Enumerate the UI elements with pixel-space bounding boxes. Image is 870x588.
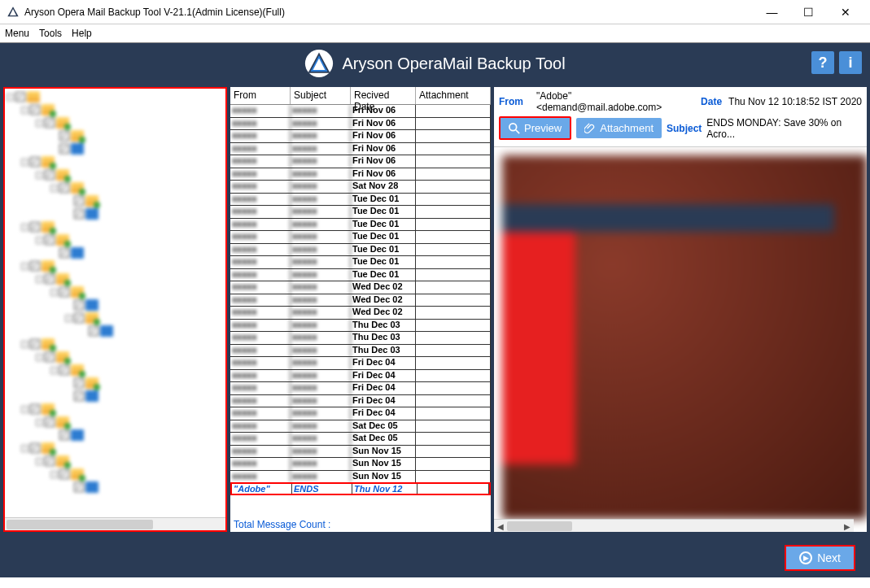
column-from[interactable]: From xyxy=(230,87,291,104)
message-row[interactable]: xxxxxxxxxxFri Nov 06 xyxy=(230,155,491,168)
message-row[interactable]: xxxxxxxxxxFri Dec 04 xyxy=(230,407,491,420)
tree-item[interactable]: -✓ xyxy=(7,116,224,129)
message-row[interactable]: xxxxxxxxxxFri Nov 06 xyxy=(230,118,491,131)
scroll-right-arrow-icon[interactable]: ▶ xyxy=(841,520,854,532)
message-row[interactable]: xxxxxxxxxxFri Dec 04 xyxy=(230,395,491,408)
expand-toggle-icon[interactable]: - xyxy=(36,237,43,244)
checkbox[interactable]: ✓ xyxy=(45,170,55,180)
expand-toggle-icon[interactable]: - xyxy=(21,341,28,348)
tree-item[interactable]: ✓ xyxy=(7,390,224,403)
tree-item[interactable]: -✓ xyxy=(7,442,224,455)
tree-item[interactable]: -✓ xyxy=(7,311,224,324)
message-row[interactable]: xxxxxxxxxxFri Nov 06 xyxy=(230,105,491,118)
tree-item[interactable]: ✓ xyxy=(7,429,224,442)
tree-item[interactable]: ✓ xyxy=(7,324,224,338)
checkbox[interactable]: ✓ xyxy=(74,391,84,401)
info-button[interactable]: i xyxy=(839,51,862,74)
tree-item[interactable]: -✓ xyxy=(7,233,224,246)
tree-item[interactable]: -✓ xyxy=(7,285,224,298)
message-row[interactable]: xxxxxxxxxxFri Dec 04 xyxy=(230,370,491,383)
minimize-button[interactable]: — xyxy=(754,1,790,24)
expand-toggle-icon[interactable]: - xyxy=(21,406,28,413)
message-row[interactable]: xxxxxxxxxxFri Dec 04 xyxy=(230,357,491,370)
checkbox[interactable]: ✓ xyxy=(30,261,40,271)
column-subject[interactable]: Subject xyxy=(291,87,351,104)
tree-item[interactable]: -✓ xyxy=(7,220,224,233)
checkbox[interactable]: ✓ xyxy=(45,235,55,245)
message-row[interactable]: xxxxxxxxxxWed Dec 02 xyxy=(230,307,491,320)
checkbox[interactable]: ✓ xyxy=(59,183,69,193)
preview-body[interactable]: ◀ ▶ xyxy=(494,146,867,532)
menu-menu[interactable]: Menu xyxy=(5,28,29,39)
checkbox[interactable]: ✓ xyxy=(59,430,69,440)
tree-item[interactable]: ✓ xyxy=(7,207,224,220)
expand-toggle-icon[interactable]: - xyxy=(21,445,28,452)
folder-tree-pane[interactable]: -✓ -✓ -✓ ✓ ✓ -✓ -✓ -✓ ✓ ✓ -✓ -✓ ✓ -✓ -✓ … xyxy=(3,87,227,532)
checkbox[interactable]: ✓ xyxy=(45,118,55,128)
message-row-selected[interactable]: "Adobe"ENDSThu Nov 12 xyxy=(230,482,491,495)
message-row[interactable]: xxxxxxxxxxSun Nov 15 xyxy=(230,446,491,459)
help-button[interactable]: ? xyxy=(811,51,834,74)
expand-toggle-icon[interactable]: - xyxy=(50,367,58,374)
checkbox[interactable]: ✓ xyxy=(74,209,84,219)
message-row[interactable]: xxxxxxxxxxFri Dec 04 xyxy=(230,382,491,395)
tree-item[interactable]: -✓ xyxy=(7,168,224,181)
tree-item[interactable]: ✓ xyxy=(7,481,224,494)
message-row[interactable]: xxxxxxxxxxFri Nov 06 xyxy=(230,168,491,181)
tree-item[interactable]: -✓ xyxy=(7,468,224,481)
expand-toggle-icon[interactable]: - xyxy=(36,120,43,127)
checkbox[interactable]: ✓ xyxy=(74,313,84,323)
checkbox[interactable]: ✓ xyxy=(30,105,40,115)
tree-item[interactable]: -✓ xyxy=(7,455,224,468)
message-row[interactable]: xxxxxxxxxxThu Dec 03 xyxy=(230,332,491,345)
checkbox[interactable]: ✓ xyxy=(89,326,98,336)
message-row[interactable]: xxxxxxxxxxTue Dec 01 xyxy=(230,219,491,232)
tree-item[interactable]: -✓ xyxy=(7,364,224,377)
checkbox[interactable]: ✓ xyxy=(59,131,69,141)
checkbox[interactable]: ✓ xyxy=(74,196,84,206)
expand-toggle-icon[interactable]: - xyxy=(21,159,28,166)
tree-item[interactable]: ✓ xyxy=(7,246,224,259)
checkbox[interactable]: ✓ xyxy=(30,339,40,349)
checkbox[interactable]: ✓ xyxy=(59,469,69,479)
checkbox[interactable]: ✓ xyxy=(30,443,40,453)
message-row[interactable]: xxxxxxxxxxWed Dec 02 xyxy=(230,281,491,294)
tree-item[interactable]: -✓ xyxy=(7,259,224,272)
expand-toggle-icon[interactable]: - xyxy=(21,263,28,270)
checkbox[interactable]: ✓ xyxy=(74,482,84,492)
expand-toggle-icon[interactable]: - xyxy=(36,172,43,179)
expand-toggle-icon[interactable]: - xyxy=(65,315,72,322)
close-button[interactable]: ✕ xyxy=(827,1,863,24)
expand-toggle-icon[interactable]: - xyxy=(21,224,28,231)
menu-help[interactable]: Help xyxy=(72,28,92,39)
checkbox[interactable]: ✓ xyxy=(74,378,84,388)
checkbox[interactable]: ✓ xyxy=(74,300,84,310)
checkbox[interactable]: ✓ xyxy=(45,417,55,427)
maximize-button[interactable]: ☐ xyxy=(790,1,827,24)
message-row[interactable]: xxxxxxxxxxFri Nov 06 xyxy=(230,143,491,156)
message-row[interactable]: xxxxxxxxxxSun Nov 15 xyxy=(230,458,491,471)
tree-item[interactable]: -✓ xyxy=(7,103,224,116)
expand-toggle-icon[interactable]: - xyxy=(36,419,43,426)
message-row[interactable]: xxxxxxxxxxThu Dec 03 xyxy=(230,345,491,358)
scroll-left-arrow-icon[interactable]: ◀ xyxy=(494,520,507,532)
expand-toggle-icon[interactable]: - xyxy=(50,289,58,296)
expand-toggle-icon[interactable]: - xyxy=(21,107,28,114)
tree-item[interactable]: ✓ xyxy=(7,129,224,142)
expand-toggle-icon[interactable]: - xyxy=(36,276,43,283)
tree-item[interactable]: -✓ xyxy=(7,272,224,285)
message-row[interactable]: xxxxxxxxxxFri Nov 06 xyxy=(230,130,491,143)
message-row[interactable]: xxxxxxxxxxSat Dec 05 xyxy=(230,420,491,433)
tree-item[interactable]: ✓ xyxy=(7,377,224,390)
checkbox[interactable]: ✓ xyxy=(45,274,55,284)
message-row[interactable]: xxxxxxxxxxTue Dec 01 xyxy=(230,256,491,269)
tree-horizontal-scrollbar[interactable] xyxy=(5,517,225,530)
preview-horizontal-scrollbar[interactable]: ◀ ▶ xyxy=(494,519,854,532)
expand-toggle-icon[interactable]: - xyxy=(36,458,43,465)
message-row[interactable]: xxxxxxxxxxSat Nov 28 xyxy=(230,181,491,194)
checkbox[interactable]: ✓ xyxy=(30,157,40,167)
expand-toggle-icon[interactable]: - xyxy=(50,471,58,478)
tree-item[interactable]: ✓ xyxy=(7,194,224,207)
tree-item[interactable]: -✓ xyxy=(7,403,224,416)
message-row[interactable]: xxxxxxxxxxSat Dec 05 xyxy=(230,433,491,446)
